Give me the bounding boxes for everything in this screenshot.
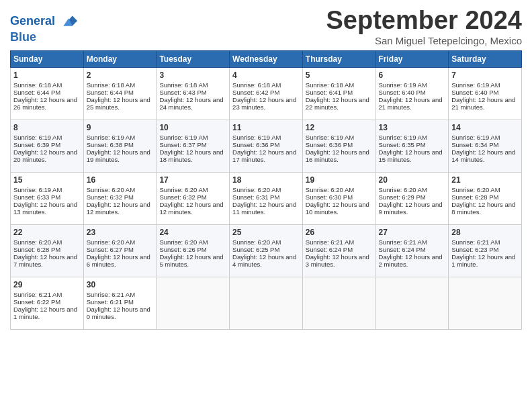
sunrise-text: Sunrise: 6:20 AM [13,238,62,246]
sunset-text: Sunset: 6:26 PM [159,246,206,253]
daylight-text: Daylight: 12 hours and 11 minutes. [232,201,296,216]
day-number: 14 [451,123,519,132]
day-number: 27 [379,228,446,237]
sunrise-text: Sunrise: 6:18 AM [232,81,281,89]
day-number: 6 [379,71,446,80]
logo-text: General [10,12,79,31]
sunset-text: Sunset: 6:42 PM [232,89,279,96]
sunrise-text: Sunrise: 6:19 AM [232,134,281,141]
sunset-text: Sunset: 6:24 PM [306,246,353,253]
calendar-day-22: 22Sunrise: 6:20 AMSunset: 6:28 PMDayligh… [11,224,84,277]
calendar-day-11: 11Sunrise: 6:19 AMSunset: 6:36 PMDayligh… [230,120,303,172]
daylight-text: Daylight: 12 hours and 22 minutes. [306,96,369,111]
weekday-header-wednesday: Wednesday [230,50,303,67]
day-number: 22 [13,228,81,237]
weekday-header-sunday: Sunday [11,50,84,67]
sunset-text: Sunset: 6:36 PM [232,141,279,148]
sunset-text: Sunset: 6:44 PM [87,89,134,96]
daylight-text: Daylight: 12 hours and 1 minute. [13,306,77,320]
day-number: 15 [13,175,81,185]
daylight-text: Daylight: 12 hours and 13 minutes. [13,201,77,216]
page-header: General Blue September 2024 San Miguel T… [10,7,522,46]
sunset-text: Sunset: 6:28 PM [13,246,60,253]
day-number: 12 [306,123,373,132]
calendar-day-9: 9Sunrise: 6:19 AMSunset: 6:38 PMDaylight… [83,120,157,172]
calendar-day-7: 7Sunrise: 6:19 AMSunset: 6:40 PMDaylight… [449,67,522,120]
calendar-day-29: 29Sunrise: 6:21 AMSunset: 6:22 PMDayligh… [11,277,84,329]
sunrise-text: Sunrise: 6:20 AM [306,186,354,193]
calendar-day-2: 2Sunrise: 6:18 AMSunset: 6:44 PMDaylight… [83,67,157,120]
day-number: 26 [306,228,373,237]
sunset-text: Sunset: 6:37 PM [159,141,206,148]
calendar-day-8: 8Sunrise: 6:19 AMSunset: 6:39 PMDaylight… [11,120,84,172]
daylight-text: Daylight: 12 hours and 10 minutes. [306,201,369,216]
day-number: 17 [159,175,226,185]
day-number: 25 [232,228,300,237]
sunset-text: Sunset: 6:34 PM [451,141,498,148]
calendar-day-21: 21Sunrise: 6:20 AMSunset: 6:28 PMDayligh… [449,172,522,224]
sunset-text: Sunset: 6:43 PM [159,89,206,96]
sunset-text: Sunset: 6:31 PM [232,193,279,201]
daylight-text: Daylight: 12 hours and 14 minutes. [451,148,515,163]
day-number: 1 [13,71,81,80]
calendar-day-25: 25Sunrise: 6:20 AMSunset: 6:25 PMDayligh… [230,224,303,277]
daylight-text: Daylight: 12 hours and 26 minutes. [13,96,77,111]
daylight-text: Daylight: 12 hours and 4 minutes. [232,253,296,268]
empty-cell [375,277,449,329]
sunrise-text: Sunrise: 6:21 AM [13,291,62,298]
empty-cell [449,277,522,329]
sunrise-text: Sunrise: 6:19 AM [451,134,500,141]
sunset-text: Sunset: 6:39 PM [13,141,60,148]
calendar-day-28: 28Sunrise: 6:21 AMSunset: 6:23 PMDayligh… [449,224,522,277]
day-number: 8 [13,123,81,132]
day-number: 9 [87,123,154,132]
sunset-text: Sunset: 6:35 PM [379,141,426,148]
daylight-text: Daylight: 12 hours and 18 minutes. [159,148,223,163]
day-number: 11 [232,123,300,132]
daylight-text: Daylight: 12 hours and 21 minutes. [379,96,443,111]
sunrise-text: Sunrise: 6:21 AM [379,238,427,246]
calendar-day-6: 6Sunrise: 6:19 AMSunset: 6:40 PMDaylight… [375,67,449,120]
daylight-text: Daylight: 12 hours and 16 minutes. [306,148,369,163]
sunset-text: Sunset: 6:33 PM [13,193,60,201]
sunset-text: Sunset: 6:44 PM [13,89,60,96]
sunrise-text: Sunrise: 6:20 AM [159,186,208,193]
day-number: 10 [159,123,226,132]
daylight-text: Daylight: 12 hours and 19 minutes. [87,148,150,163]
calendar-day-10: 10Sunrise: 6:19 AMSunset: 6:37 PMDayligh… [157,120,230,172]
location-subtitle: San Miguel Tetepelcingo, Mexico [326,35,523,46]
daylight-text: Daylight: 12 hours and 25 minutes. [87,96,150,111]
calendar-day-4: 4Sunrise: 6:18 AMSunset: 6:42 PMDaylight… [230,67,303,120]
sunrise-text: Sunrise: 6:18 AM [13,81,62,89]
sunrise-text: Sunrise: 6:20 AM [451,186,500,193]
sunset-text: Sunset: 6:24 PM [379,246,426,253]
calendar-day-23: 23Sunrise: 6:20 AMSunset: 6:27 PMDayligh… [83,224,157,277]
calendar-day-19: 19Sunrise: 6:20 AMSunset: 6:30 PMDayligh… [302,172,375,224]
sunrise-text: Sunrise: 6:19 AM [13,134,62,141]
daylight-text: Daylight: 12 hours and 8 minutes. [451,201,515,216]
sunrise-text: Sunrise: 6:19 AM [451,81,500,89]
empty-cell [157,277,230,329]
sunrise-text: Sunrise: 6:19 AM [87,134,135,141]
calendar-day-17: 17Sunrise: 6:20 AMSunset: 6:32 PMDayligh… [157,172,230,224]
day-number: 29 [13,280,81,289]
day-number: 2 [87,71,154,80]
day-number: 21 [451,175,519,185]
daylight-text: Daylight: 12 hours and 7 minutes. [13,253,77,268]
sunset-text: Sunset: 6:22 PM [13,298,60,306]
sunrise-text: Sunrise: 6:19 AM [159,134,208,141]
daylight-text: Daylight: 12 hours and 6 minutes. [87,253,150,268]
sunrise-text: Sunrise: 6:19 AM [379,81,427,89]
sunset-text: Sunset: 6:21 PM [87,298,134,306]
calendar-day-24: 24Sunrise: 6:20 AMSunset: 6:26 PMDayligh… [157,224,230,277]
sunset-text: Sunset: 6:32 PM [87,193,134,201]
weekday-header-tuesday: Tuesday [157,50,230,67]
sunrise-text: Sunrise: 6:20 AM [232,238,281,246]
sunset-text: Sunset: 6:29 PM [379,193,426,201]
daylight-text: Daylight: 12 hours and 5 minutes. [159,253,223,268]
weekday-header-monday: Monday [83,50,157,67]
day-number: 7 [451,71,519,80]
weekday-header-saturday: Saturday [449,50,522,67]
sunrise-text: Sunrise: 6:20 AM [232,186,281,193]
daylight-text: Daylight: 12 hours and 17 minutes. [232,148,296,163]
